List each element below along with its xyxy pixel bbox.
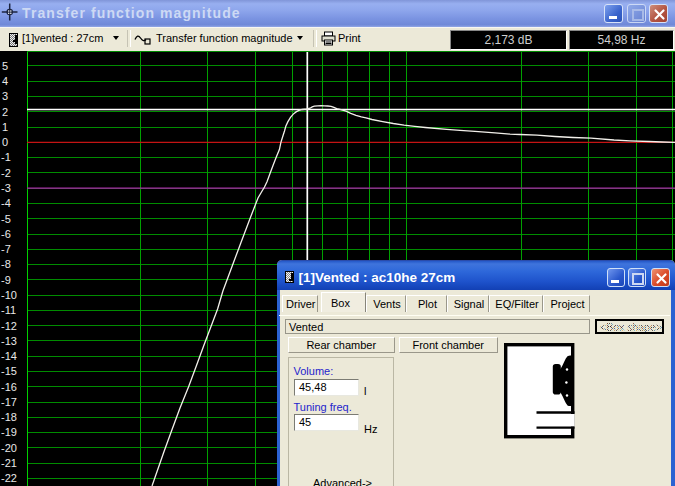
svg-text:-17: -17 xyxy=(1,396,17,408)
svg-text:-22: -22 xyxy=(1,472,17,484)
svg-text:-6: -6 xyxy=(1,228,11,240)
svg-text:5: 5 xyxy=(2,60,8,72)
svg-text:-18: -18 xyxy=(1,411,17,423)
svg-text:-12: -12 xyxy=(1,320,17,332)
svg-text:-10: -10 xyxy=(1,289,17,301)
svg-text:1: 1 xyxy=(2,121,8,133)
svg-text:-9: -9 xyxy=(1,274,11,286)
svg-text:-13: -13 xyxy=(1,335,17,347)
svg-text:-15: -15 xyxy=(1,365,17,377)
svg-text:2: 2 xyxy=(2,106,8,118)
svg-text:-4: -4 xyxy=(1,197,11,209)
svg-text:4: 4 xyxy=(2,75,8,87)
svg-text:-14: -14 xyxy=(1,350,17,362)
svg-text:-20: -20 xyxy=(1,442,17,454)
svg-text:-8: -8 xyxy=(1,258,11,270)
svg-text:-21: -21 xyxy=(1,457,17,469)
svg-text:-7: -7 xyxy=(1,243,11,255)
svg-text:-16: -16 xyxy=(1,381,17,393)
svg-text:-19: -19 xyxy=(1,426,17,438)
svg-text:3: 3 xyxy=(2,90,8,102)
svg-text:0: 0 xyxy=(2,136,8,148)
svg-text:-11: -11 xyxy=(1,304,16,316)
svg-text:-3: -3 xyxy=(1,182,11,194)
svg-text:-1: -1 xyxy=(1,151,11,163)
svg-text:-2: -2 xyxy=(1,167,11,179)
svg-text:-5: -5 xyxy=(1,213,11,225)
